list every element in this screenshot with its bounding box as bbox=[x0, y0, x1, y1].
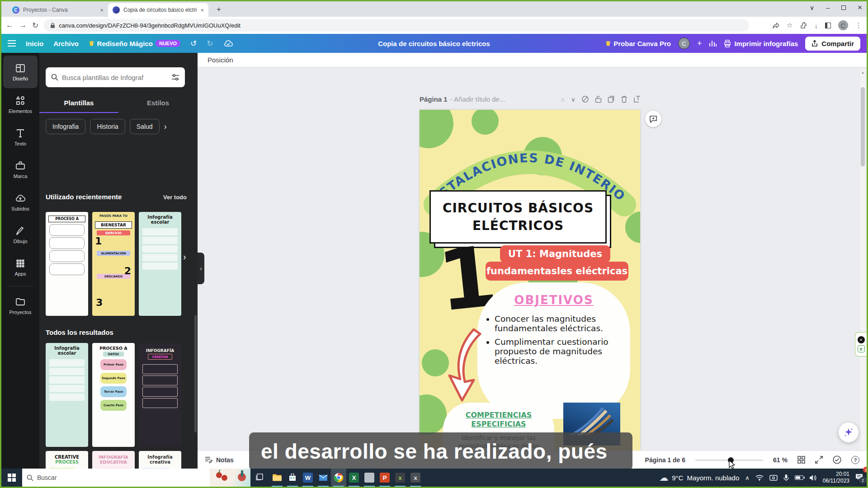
maximize-icon[interactable] bbox=[841, 5, 846, 10]
chip-historia[interactable]: Historia bbox=[90, 119, 125, 134]
panel-scrollbar[interactable] bbox=[194, 315, 197, 432]
sidebar-item-apps[interactable]: Apps bbox=[3, 251, 38, 283]
zoom-percent[interactable]: 61 % bbox=[773, 456, 788, 464]
carousel-next-icon[interactable]: › bbox=[183, 252, 186, 262]
sidebar-item-dibujo[interactable]: Dibujo bbox=[3, 218, 38, 251]
taskbar-app-word[interactable]: W bbox=[300, 469, 316, 487]
window-menu-icon[interactable]: ∨ bbox=[810, 4, 814, 11]
share-button[interactable]: Compartir bbox=[805, 37, 860, 51]
menu-inicio[interactable]: Inicio bbox=[26, 40, 43, 47]
sidebar-item-diseno[interactable]: Diseño bbox=[3, 56, 38, 88]
minimize-icon[interactable]: – bbox=[826, 4, 830, 11]
panel-collapse-handle[interactable]: ‹ bbox=[198, 253, 204, 284]
duplicate-page-icon[interactable] bbox=[608, 95, 615, 103]
filter-icon[interactable] bbox=[171, 74, 179, 81]
objectives-blob[interactable]: OBJETIVOS Conocer las magnitudes fundame… bbox=[477, 282, 630, 419]
fullscreen-icon[interactable] bbox=[815, 456, 823, 464]
zoom-slider[interactable] bbox=[695, 457, 763, 463]
side-panel-icon[interactable] bbox=[825, 23, 831, 28]
insights-chart-icon[interactable] bbox=[709, 40, 717, 47]
sidebar-item-marca[interactable]: Marca bbox=[3, 153, 38, 186]
notification-center[interactable]: 2 bbox=[855, 474, 863, 482]
tab-plantillas[interactable]: Plantillas bbox=[39, 94, 118, 113]
design-page[interactable]: INSTALACIONES DE INTERIOR CIRCUITOS BÁSI… bbox=[420, 110, 640, 453]
unit-badge-line1[interactable]: UT 1: Magnitudes bbox=[500, 245, 610, 263]
undo-icon[interactable]: ↺ bbox=[190, 39, 197, 48]
move-page-down-icon[interactable]: ∨ bbox=[571, 96, 576, 103]
template-thumb[interactable]: Infografía creativa bbox=[139, 451, 181, 469]
forward-icon[interactable]: → bbox=[19, 21, 27, 30]
invite-plus-icon[interactable]: + bbox=[697, 39, 702, 48]
taskbar-app-notes[interactable] bbox=[362, 469, 377, 487]
taskbar-app-store[interactable] bbox=[285, 469, 300, 487]
tab-estilos[interactable]: Estilos bbox=[118, 94, 198, 113]
user-avatar[interactable]: C bbox=[678, 38, 690, 49]
extensions-icon[interactable] bbox=[800, 22, 807, 29]
try-canva-pro-button[interactable]: ♛ Probar Canva Pro bbox=[605, 40, 671, 47]
back-icon[interactable]: ← bbox=[6, 21, 14, 30]
chips-more-icon[interactable]: › bbox=[164, 122, 167, 131]
document-title[interactable]: Copia de circuitos básico elctricos bbox=[378, 40, 490, 47]
sidebar-item-texto[interactable]: Texto bbox=[3, 121, 38, 153]
template-thumb[interactable]: Infografía escolar bbox=[139, 212, 181, 316]
status-check-icon[interactable] bbox=[833, 455, 841, 464]
position-button[interactable]: Posición bbox=[208, 56, 233, 64]
template-thumb[interactable]: PROCESO A DATOS Primer Paso Segundo Paso… bbox=[92, 343, 135, 447]
taskbar-app-exe2[interactable]: x bbox=[408, 469, 423, 487]
share-page-icon[interactable] bbox=[772, 22, 779, 29]
canva-assistant-button[interactable] bbox=[839, 422, 859, 442]
profile-avatar[interactable]: C bbox=[838, 20, 848, 30]
grid-view-icon[interactable] bbox=[797, 456, 805, 464]
add-page-icon[interactable] bbox=[633, 95, 641, 103]
template-thumb[interactable]: PASOS PARA TU BIENESTAR EJERCICIO 1 ALIM… bbox=[92, 212, 135, 316]
move-page-up-icon[interactable]: ∧ bbox=[561, 96, 565, 103]
taskbar-app-mail[interactable] bbox=[316, 469, 331, 487]
taskbar-search[interactable]: Buscar bbox=[22, 469, 250, 487]
sidebar-item-subidos[interactable]: Subidos bbox=[3, 186, 38, 218]
new-tab-button[interactable]: + bbox=[213, 5, 225, 17]
download-icon[interactable]: ↓ bbox=[815, 22, 818, 29]
template-thumb[interactable]: PROCESO A bbox=[46, 212, 88, 316]
canvas-scrollbar[interactable]: ▴ ▾ bbox=[860, 69, 865, 467]
meet-now-icon[interactable] bbox=[769, 475, 778, 481]
chip-infografia[interactable]: Infografia bbox=[46, 119, 85, 134]
print-infographics-button[interactable]: Imprimir infografías bbox=[724, 40, 798, 47]
browser-tab-proyectos[interactable]: C Proyectos - Canva × bbox=[8, 3, 108, 17]
taskbar-app-excel[interactable]: X bbox=[346, 469, 362, 487]
scrollbar-thumb[interactable] bbox=[861, 87, 865, 166]
browser-tab-design[interactable]: Copia de circuitos básico elctric × bbox=[108, 3, 208, 17]
clock[interactable]: 20:01 06/11/2023 bbox=[823, 471, 849, 484]
browser-menu-icon[interactable]: ⋮ bbox=[855, 21, 862, 29]
taskbar-app-explorer[interactable] bbox=[269, 469, 285, 487]
exe-icon[interactable]: e bbox=[858, 345, 865, 352]
weather-widget[interactable]: ☁ 1 9°C Mayorm. nublado bbox=[659, 472, 739, 483]
template-thumb[interactable]: INFOGRAFÍA EDUCATIVA bbox=[92, 451, 135, 469]
see-all-link[interactable]: Ver todo bbox=[163, 194, 187, 201]
hide-page-icon[interactable] bbox=[581, 95, 589, 103]
wifi-icon[interactable] bbox=[755, 474, 764, 481]
delete-page-icon[interactable] bbox=[621, 95, 627, 103]
tab-close-icon[interactable]: × bbox=[200, 7, 204, 14]
scroll-up-icon[interactable]: ▴ bbox=[860, 70, 865, 75]
tray-expand-icon[interactable]: ∧ bbox=[745, 474, 750, 481]
redo-icon[interactable]: ↻ bbox=[207, 39, 213, 48]
page-label[interactable]: Página 1 bbox=[420, 95, 448, 103]
reload-icon[interactable]: ↻ bbox=[32, 21, 38, 30]
template-thumb[interactable]: CREATIVE PROCESS bbox=[46, 451, 88, 469]
chip-salud[interactable]: Salud bbox=[130, 119, 160, 134]
search-input[interactable] bbox=[62, 74, 168, 81]
start-button[interactable] bbox=[1, 469, 22, 487]
taskbar-app-exe1[interactable]: x bbox=[392, 469, 408, 487]
help-icon[interactable]: ? bbox=[851, 456, 859, 464]
lock-page-icon[interactable] bbox=[595, 95, 602, 103]
menu-archivo[interactable]: Archivo bbox=[53, 40, 79, 47]
unit-badge-line2[interactable]: fundamentasles eléctricas bbox=[486, 262, 628, 281]
tab-close-icon[interactable]: × bbox=[100, 7, 104, 14]
comment-button[interactable] bbox=[645, 111, 661, 127]
battery-icon[interactable] bbox=[795, 475, 803, 480]
close-window-icon[interactable]: × bbox=[858, 3, 862, 12]
template-thumb[interactable]: INFOGRAFÍA CREATIVA bbox=[139, 343, 181, 447]
sidebar-item-proyectos[interactable]: Proyectos bbox=[3, 289, 38, 322]
bookmark-star-icon[interactable]: ☆ bbox=[787, 21, 793, 29]
taskbar-app-powerpoint[interactable]: P bbox=[377, 469, 392, 487]
